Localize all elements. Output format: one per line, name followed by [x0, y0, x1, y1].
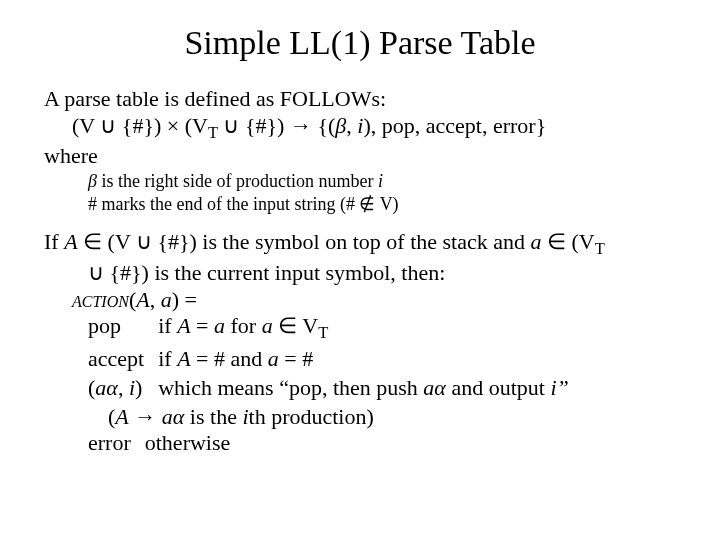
if-paragraph: If A ∈ (V ∪ {#}) is the symbol on top of… [44, 229, 676, 286]
tup-alpha: α [106, 375, 118, 400]
action-label: ACTION [72, 293, 129, 310]
pop-cond-d: ∈ V [273, 313, 319, 338]
if-line2: ∪ {#}) is the current input symbol, then… [88, 260, 676, 287]
pop-cond-a: if [158, 313, 177, 338]
action-A: A [136, 287, 149, 312]
tn-a-var: a [162, 404, 173, 429]
tn-b: → [129, 404, 162, 429]
case-row-tuple: (aα, i) which means “pop, then push aα a… [88, 375, 583, 404]
mapping-sub: T [208, 123, 218, 142]
tup-cond-alpha: α [434, 375, 446, 400]
acc-A: A [177, 346, 190, 371]
tup-a: a [95, 375, 106, 400]
case-pop-label: pop [88, 313, 158, 346]
tn-alpha: α [173, 404, 185, 429]
cases-table-2: error otherwise [88, 430, 244, 459]
acc-cond-c: = # [279, 346, 313, 371]
case-tuple-cond: which means “pop, then push aα and outpu… [158, 375, 583, 404]
cases-table: pop if A = a for a ∈ VT accept if A = # … [88, 313, 583, 403]
case-error-label: error [88, 430, 145, 459]
if-c: ∈ (V [542, 229, 595, 254]
mapping-part3: , [346, 113, 357, 138]
case-accept-label: accept [88, 346, 158, 375]
case-error-cond: otherwise [145, 430, 245, 459]
slide: Simple LL(1) Parse Table A parse table i… [0, 0, 720, 540]
pop-A: A [177, 313, 190, 338]
case-row-accept: accept if A = # and a = # [88, 346, 583, 375]
tup-mid: , [118, 375, 129, 400]
if-sub: T [595, 240, 605, 259]
if-b: ∈ (V ∪ {#}) is the symbol on top of the … [78, 229, 531, 254]
action-close: ) = [172, 287, 197, 312]
tup-cond-a: which means “pop, then push [158, 375, 423, 400]
note-beta-i: i [378, 171, 383, 191]
page-title: Simple LL(1) Parse Table [44, 24, 676, 62]
if-aa: a [531, 229, 542, 254]
pop-a2: a [262, 313, 273, 338]
beta-symbol: β [335, 113, 346, 138]
action-a: a [161, 287, 172, 312]
pop-cond-c: for [225, 313, 262, 338]
pop-sub: T [318, 324, 328, 343]
note-hash: # marks the end of the input string (# ∉… [88, 193, 676, 216]
tup-cond-a-var: a [423, 375, 434, 400]
note-beta-sym: β [88, 171, 97, 191]
case-row-pop: pop if A = a for a ∈ VT [88, 313, 583, 346]
where-label: where [44, 143, 676, 170]
body: A parse table is defined as FOLLOWs: (V … [44, 86, 676, 459]
action-mid: , [150, 287, 161, 312]
acc-a: a [268, 346, 279, 371]
if-d: ∪ {#}) is the current input symbol, then… [88, 260, 445, 285]
acc-cond-a: if [158, 346, 177, 371]
mapping-part1: (V ∪ {#}) × (V [72, 113, 208, 138]
tn-d: th production) [249, 404, 374, 429]
note-beta-text: is the right side of production number [97, 171, 378, 191]
intro-line: A parse table is defined as FOLLOWs: [44, 86, 676, 113]
tn-A: A [115, 404, 128, 429]
pop-cond-b: = [191, 313, 214, 338]
acc-cond-b: = # and [191, 346, 268, 371]
tn-c: is the [184, 404, 242, 429]
case-tuple-label: (aα, i) [88, 375, 158, 404]
tup-close: ) [135, 375, 142, 400]
tup-cond-c: ” [557, 375, 569, 400]
case-row-error: error otherwise [88, 430, 244, 459]
case-accept-cond: if A = # and a = # [158, 346, 583, 375]
case-pop-cond: if A = a for a ∈ VT [158, 313, 583, 346]
tuple-note: (A → aα is the ith production) [108, 404, 676, 431]
tup-cond-b: and output [446, 375, 551, 400]
action-line: ACTION(A, a) = [72, 287, 676, 314]
mapping-part2: ∪ {#}) → {( [218, 113, 335, 138]
mapping-line: (V ∪ {#}) × (VT ∪ {#}) → {(β, i), pop, a… [72, 113, 676, 144]
if-a: If [44, 229, 64, 254]
spacer-1 [44, 215, 676, 229]
pop-a: a [214, 313, 225, 338]
note-beta: β is the right side of production number… [88, 170, 676, 193]
mapping-part4: ), pop, accept, error} [363, 113, 546, 138]
if-A: A [64, 229, 77, 254]
